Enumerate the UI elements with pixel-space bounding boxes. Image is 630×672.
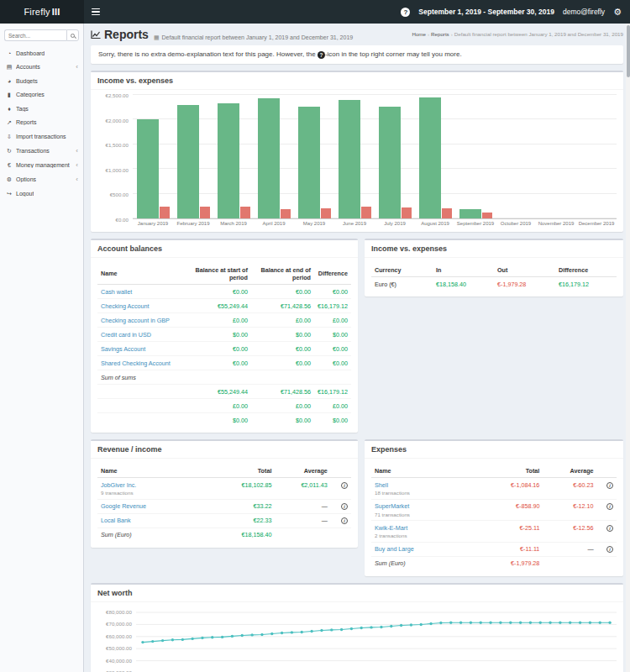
- bar-group: [334, 95, 375, 218]
- search-button[interactable]: [66, 29, 79, 41]
- y-tick-label: €70,000.00: [106, 621, 132, 627]
- sidebar-item-logout[interactable]: ↪Logout: [0, 186, 83, 201]
- column-header: In: [433, 263, 494, 277]
- sidebar-toggle[interactable]: [84, 7, 108, 18]
- amount: €22.33: [253, 517, 271, 524]
- amount: £0.00: [296, 402, 311, 410]
- income-expenses-bar-chart[interactable]: €0.00€500.00€1,000.00€1,500.00€2,000.00€…: [97, 95, 617, 226]
- account-link[interactable]: Local Bank: [101, 517, 131, 524]
- bar-in[interactable]: [298, 107, 320, 218]
- account-link[interactable]: Buy and Large: [375, 545, 414, 553]
- bar-out[interactable]: [240, 207, 250, 218]
- search-input[interactable]: [4, 29, 66, 41]
- help-icon[interactable]: ?: [401, 8, 410, 17]
- amount: $0.00: [333, 331, 348, 339]
- breadcrumb-item[interactable]: Home: [412, 31, 426, 37]
- x-tick-label: July 2019: [375, 221, 415, 226]
- sidebar-item-dashboard[interactable]: ◔Dashboard: [0, 46, 83, 60]
- amount: —: [587, 545, 593, 553]
- account-link[interactable]: JobGiver Inc.: [101, 481, 136, 489]
- account-link[interactable]: Checking account in GBP: [101, 317, 170, 324]
- bar-in[interactable]: [177, 105, 199, 218]
- row-subtext: 18 transactions: [375, 490, 475, 496]
- sidebar-item-accounts[interactable]: ▤Accounts‹: [0, 60, 83, 74]
- info-text-after: -icon in the top right corner may tell y…: [325, 50, 462, 58]
- bar-in[interactable]: [258, 98, 280, 218]
- panel-net-worth: Net worth €80,000.00€70,000.00€60,000.00…: [91, 583, 623, 672]
- bar-out[interactable]: [200, 207, 210, 218]
- import-icon: ⇩: [5, 134, 13, 140]
- user-menu[interactable]: demo@firefly: [563, 8, 605, 16]
- x-tick-label: April 2019: [254, 221, 294, 226]
- info-icon[interactable]: i: [606, 503, 613, 510]
- sidebar-item-money-management[interactable]: €Money management‹: [0, 158, 83, 172]
- x-tick-label: November 2019: [536, 221, 576, 226]
- column-header: Out: [494, 263, 555, 277]
- table-row: Buy and Large€-11.11—i: [371, 542, 617, 556]
- y-tick-label: €2,500.00: [105, 92, 129, 98]
- date-range-button[interactable]: September 1, 2019 - September 30, 2019: [418, 8, 554, 16]
- bar-in[interactable]: [419, 97, 441, 218]
- sidebar-item-label: Import transactions: [16, 134, 66, 139]
- column-header: Difference: [555, 263, 617, 277]
- panel-title: Account balances: [91, 240, 358, 258]
- sidebar-item-import-transactions[interactable]: ⇩Import transactions: [0, 129, 83, 144]
- sidebar-item-label: Options: [16, 176, 36, 182]
- info-icon[interactable]: i: [341, 517, 348, 524]
- info-icon[interactable]: i: [606, 525, 613, 532]
- account-link[interactable]: Savings Account: [101, 345, 145, 353]
- amount: €18,102.85: [241, 481, 271, 489]
- bar-in[interactable]: [339, 100, 360, 218]
- account-link[interactable]: Google Revenue: [101, 502, 146, 510]
- revenue-table: NameTotalAverage JobGiver Inc.9 transact…: [97, 464, 351, 542]
- bar-out[interactable]: [321, 208, 331, 218]
- table-row: Checking account in GBP£0.00£0.00£0.00: [97, 313, 351, 328]
- sidebar-item-tags[interactable]: ♦Tags: [0, 102, 83, 115]
- breadcrumb: Home›Reports›Default financial report be…: [412, 28, 623, 37]
- panel-title: Expenses: [365, 441, 623, 459]
- column-header-empty: [331, 464, 351, 478]
- bar-out[interactable]: [442, 208, 452, 218]
- sidebar-search: [4, 29, 79, 41]
- account-balances-table: NameBalance at start of periodBalance at…: [97, 263, 351, 427]
- gear-icon[interactable]: ⚙: [613, 8, 622, 17]
- info-icon[interactable]: i: [341, 482, 348, 489]
- row-label: Sum of sums: [101, 374, 136, 381]
- bar-in[interactable]: [218, 103, 239, 218]
- bar-out[interactable]: [482, 213, 492, 218]
- scrollbar-thumb[interactable]: [627, 25, 630, 77]
- breadcrumb-item[interactable]: Reports: [431, 31, 449, 37]
- bar-in[interactable]: [137, 119, 159, 218]
- info-icon[interactable]: i: [606, 482, 613, 489]
- sidebar-item-options[interactable]: ⚙Options‹: [0, 172, 83, 186]
- sidebar-item-categories[interactable]: ▮Categories: [0, 87, 83, 102]
- bar-out[interactable]: [402, 207, 412, 218]
- account-link[interactable]: Cash wallet: [101, 288, 132, 296]
- sidebar-item-budgets[interactable]: ◕Budgets: [0, 74, 83, 87]
- bar-out[interactable]: [160, 207, 170, 218]
- info-text-before: Sorry, there is no extra demo-explanatio…: [98, 50, 318, 58]
- amount: €-25.11: [520, 524, 540, 532]
- app-logo[interactable]: FireflyIII: [0, 0, 84, 24]
- account-link[interactable]: Shell: [375, 481, 388, 489]
- account-link[interactable]: Checking Account: [101, 302, 150, 310]
- table-row: Credit card in USD$0.00$0.00$0.00: [97, 328, 351, 342]
- bar-group: [536, 95, 576, 218]
- column-header: Total: [209, 464, 276, 478]
- info-icon[interactable]: i: [606, 546, 613, 553]
- bar-in[interactable]: [459, 209, 481, 218]
- sidebar-item-transactions[interactable]: ↻Transactions‹: [0, 144, 83, 158]
- account-link[interactable]: SuperMarket: [375, 502, 409, 510]
- account-link[interactable]: Kwik-E-Mart: [375, 524, 407, 532]
- info-icon[interactable]: i: [341, 503, 348, 510]
- sidebar-item-reports[interactable]: ↗Reports: [0, 115, 83, 129]
- bar-out[interactable]: [281, 209, 291, 218]
- options-icon: ⚙: [5, 176, 13, 183]
- account-link[interactable]: Shared Checking Account: [101, 360, 171, 367]
- bar-out[interactable]: [361, 207, 371, 218]
- net-worth-line-chart[interactable]: €80,000.00€70,000.00€60,000.00€50,000.00…: [97, 607, 617, 672]
- amount: €0.00: [233, 345, 248, 353]
- column-header: Balance at end of period: [251, 263, 314, 285]
- account-link[interactable]: Credit card in USD: [101, 331, 151, 339]
- bar-in[interactable]: [379, 107, 401, 218]
